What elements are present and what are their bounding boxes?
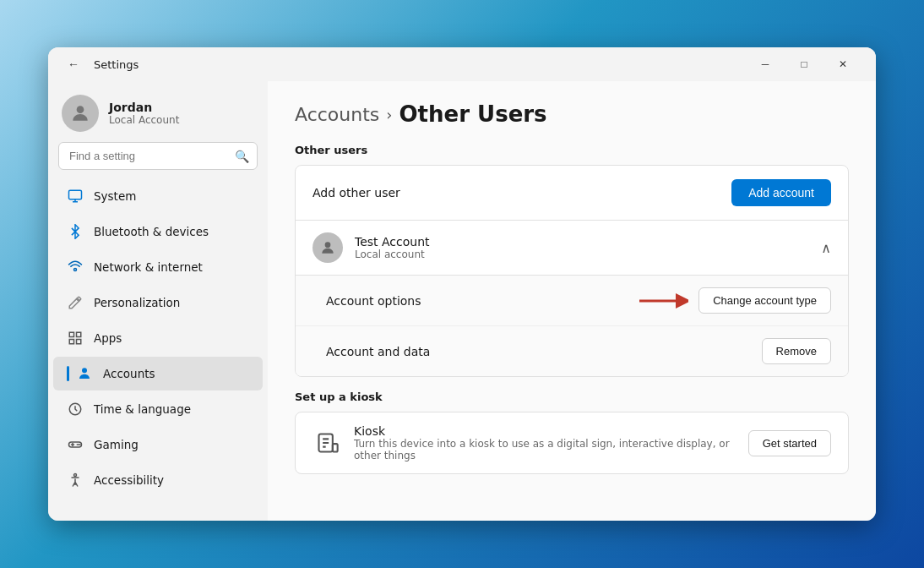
test-account-row[interactable]: Test Account Local account ∧: [296, 220, 848, 275]
kiosk-card: Kiosk Turn this device into a kiosk to u…: [295, 412, 849, 474]
search-icon: 🔍: [235, 150, 249, 163]
svg-rect-6: [77, 340, 81, 344]
sidebar-item-personalization-label: Personalization: [94, 296, 180, 309]
sidebar-item-accounts-label: Accounts: [103, 367, 155, 380]
sidebar-item-system[interactable]: System: [53, 179, 263, 213]
breadcrumb-separator: ›: [386, 106, 392, 123]
kiosk-desc: Turn this device into a kiosk to use as …: [354, 438, 748, 462]
window-controls: ─ □ ✕: [746, 51, 862, 78]
close-button[interactable]: ✕: [823, 51, 862, 78]
apps-icon: [67, 330, 84, 347]
arrow-right-icon: [638, 292, 688, 310]
sidebar: Jordan Local Account 🔍 System: [48, 81, 268, 521]
kiosk-info: Kiosk Turn this device into a kiosk to u…: [354, 424, 748, 462]
sidebar-item-network-label: Network & internet: [94, 260, 203, 274]
user-info: Jordan Local Account: [109, 101, 179, 126]
svg-point-2: [74, 269, 77, 271]
system-icon: [67, 188, 84, 205]
sidebar-item-time[interactable]: Time & language: [53, 392, 263, 426]
user-section: Jordan Local Account: [48, 81, 268, 142]
svg-rect-1: [69, 190, 82, 199]
svg-rect-4: [77, 332, 81, 336]
account-options-row: Account options: [296, 276, 848, 326]
breadcrumb-parent[interactable]: Accounts: [295, 104, 379, 125]
sidebar-item-system-label: System: [94, 189, 136, 203]
svg-point-0: [77, 106, 84, 113]
account-data-right: Remove: [762, 338, 831, 364]
search-input[interactable]: [58, 142, 258, 170]
chevron-up-icon: ∧: [821, 240, 831, 256]
back-button[interactable]: ←: [62, 52, 85, 76]
sidebar-item-accessibility-label: Accessibility: [94, 473, 164, 487]
title-bar: ← Settings ─ □ ✕: [48, 47, 876, 81]
main-content: Accounts › Other Users Other users Add o…: [268, 81, 876, 521]
svg-point-10: [74, 474, 77, 477]
accessibility-icon: [67, 472, 84, 489]
sidebar-item-bluetooth[interactable]: Bluetooth & devices: [53, 215, 263, 248]
get-started-button[interactable]: Get started: [748, 430, 831, 456]
add-user-row: Add other user Add account: [296, 166, 848, 220]
kiosk-section-title: Set up a kiosk: [295, 390, 849, 403]
kiosk-icon: [313, 428, 342, 458]
add-user-label: Add other user: [313, 186, 400, 199]
account-data-label: Account and data: [326, 345, 430, 358]
test-account-avatar: [313, 232, 343, 263]
kiosk-left: Kiosk Turn this device into a kiosk to u…: [313, 424, 748, 462]
user-account-type: Local Account: [109, 114, 179, 126]
sidebar-item-gaming[interactable]: Gaming: [53, 428, 263, 462]
other-users-section-title: Other users: [295, 144, 849, 156]
svg-rect-18: [332, 444, 337, 451]
minimize-button[interactable]: ─: [746, 51, 785, 78]
sidebar-item-bluetooth-label: Bluetooth & devices: [94, 225, 209, 238]
kiosk-row: Kiosk Turn this device into a kiosk to u…: [296, 412, 848, 473]
avatar: [62, 95, 99, 132]
bluetooth-icon: [67, 223, 84, 240]
breadcrumb-current: Other Users: [399, 101, 547, 127]
change-account-type-button[interactable]: Change account type: [698, 287, 831, 314]
sidebar-item-accessibility[interactable]: Accessibility: [53, 463, 263, 497]
sidebar-item-time-label: Time & language: [94, 402, 191, 416]
test-account-info: Test Account Local account: [355, 235, 430, 260]
active-indicator: [67, 366, 69, 381]
title-bar-left: ← Settings: [62, 52, 139, 76]
window-title: Settings: [94, 58, 139, 71]
remove-button[interactable]: Remove: [762, 338, 831, 364]
add-account-button[interactable]: Add account: [731, 179, 831, 206]
search-box: 🔍: [58, 142, 258, 170]
user-name: Jordan: [109, 101, 179, 114]
svg-point-11: [325, 242, 331, 248]
breadcrumb: Accounts › Other Users: [295, 101, 849, 127]
account-data-row: Account and data Remove: [296, 326, 848, 376]
sidebar-item-accounts[interactable]: Accounts: [53, 357, 263, 390]
sidebar-item-network[interactable]: Network & internet: [53, 250, 263, 284]
time-icon: [67, 401, 84, 418]
accounts-icon: [76, 365, 93, 382]
account-options-area: Account options: [296, 275, 848, 376]
maximize-button[interactable]: □: [785, 51, 823, 78]
svg-point-7: [82, 368, 87, 373]
personalization-icon: [67, 294, 84, 311]
sidebar-item-apps-label: Apps: [94, 331, 122, 345]
account-options-right: Change account type: [638, 287, 831, 314]
svg-rect-3: [69, 332, 73, 336]
kiosk-name: Kiosk: [354, 424, 748, 438]
other-users-card: Add other user Add account Test Account: [295, 165, 849, 377]
settings-window: ← Settings ─ □ ✕ Jordan Local Account: [48, 47, 876, 521]
sidebar-item-gaming-label: Gaming: [94, 438, 139, 451]
content-area: Jordan Local Account 🔍 System: [48, 81, 876, 521]
network-icon: [67, 259, 84, 276]
svg-rect-5: [69, 340, 73, 344]
sidebar-item-personalization[interactable]: Personalization: [53, 286, 263, 320]
account-options-label: Account options: [326, 294, 421, 308]
test-account-name: Test Account: [355, 235, 430, 248]
gaming-icon: [67, 436, 84, 453]
sidebar-item-apps[interactable]: Apps: [53, 321, 263, 355]
test-account-type: Local account: [355, 248, 430, 260]
test-account-left: Test Account Local account: [313, 232, 430, 263]
